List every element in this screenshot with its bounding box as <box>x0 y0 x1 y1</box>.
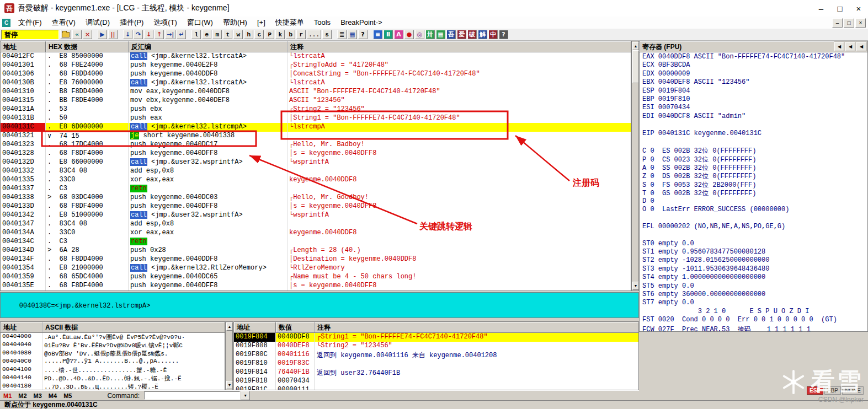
plugin-button-10[interactable]: 破 <box>467 30 477 39</box>
menu-item[interactable]: 帮助(H) <box>218 17 252 29</box>
appearance-icon[interactable]: ▦ <box>348 30 357 39</box>
stack-col-address[interactable]: 地址 <box>234 322 276 332</box>
disasm-row[interactable]: 00401337. C3retn <box>1 185 631 193</box>
child-close-button[interactable]: × <box>855 18 866 28</box>
plugin-button-11[interactable]: 解 <box>478 30 487 39</box>
plugin-button-4[interactable]: ● <box>404 30 414 39</box>
dump-row[interactable]: 00404080@oBv部Bv 'Dv..蜓偎p蘼悬偎b偎p鼍s№蠡s. <box>1 349 225 358</box>
source-window-button[interactable]: s <box>322 30 332 39</box>
stack-row[interactable]: 0019F81C00000111 <box>234 386 638 390</box>
plugin-button-7[interactable]: ▦ <box>436 30 445 39</box>
scroll-up-icon[interactable]: ▲ <box>632 42 639 50</box>
restart-icon[interactable]: « <box>72 30 82 39</box>
col-address[interactable]: 地址 <box>1 41 46 52</box>
disasm-row[interactable]: 004012FC. E8 85000000call <jmp.&kernel32… <box>1 52 631 61</box>
dump-tab-m1[interactable]: M1 <box>0 392 15 399</box>
help-icon[interactable]: ? <box>358 30 368 39</box>
disasm-row[interactable]: 00401321∨ 74 15je short keygenme.0040133… <box>1 132 631 141</box>
disasm-row[interactable]: 00401323. 68 17DC4000push keygenme.0040D… <box>1 141 631 149</box>
dump-col-ascii[interactable]: ASCII 数据 <box>42 322 225 332</box>
reg-prev-icon-1[interactable]: ◀ <box>834 42 844 51</box>
plugin-button-13[interactable]: ? <box>499 30 508 39</box>
plugin-button-5[interactable]: ◎ <box>415 30 424 39</box>
dump-row[interactable]: 00404100....缋.-世................蟹.-糖.-Ё <box>1 366 225 374</box>
patches-window-button[interactable]: P <box>265 30 274 39</box>
execute-till-return-icon[interactable]: →| <box>165 30 175 39</box>
disasm-row[interactable]: 00401342. E8 51000000call <jmp.&user32.w… <box>1 211 631 220</box>
step-into-icon[interactable]: ↓ <box>123 30 132 39</box>
disasm-row[interactable]: 00401347. 83C4 08add esp,0x8 <box>1 220 631 229</box>
disasm-row[interactable]: 0040134C. C3retn <box>1 238 631 246</box>
plugin-button-1[interactable]: ≡ <box>373 30 382 39</box>
menu-item[interactable]: 调试(D) <box>81 17 115 29</box>
run-icon[interactable]: ▶ <box>98 30 107 39</box>
log-window-button[interactable]: l <box>191 30 201 39</box>
trace-into-icon[interactable]: ↓ <box>144 30 153 39</box>
breakpoints-window-button[interactable]: b <box>286 30 295 39</box>
col-hex[interactable]: HEX 数据 <box>46 41 129 52</box>
plugin-button-6[interactable]: 卅 <box>425 30 435 39</box>
plugin-button-12[interactable]: 中 <box>488 30 498 39</box>
trace-over-icon[interactable]: ↑ <box>155 30 164 39</box>
menu-item[interactable]: 插件(P) <box>115 17 148 29</box>
col-disasm[interactable]: 反汇编 <box>129 41 287 52</box>
menu-item[interactable]: BreakPoint-> <box>336 17 387 29</box>
disasm-row[interactable]: 00401359. 68 65DC4000push keygenme.0040D… <box>1 273 631 282</box>
disasm-row[interactable]: 0040134D> 6A 28push 0x28┌Length = 28 (40… <box>1 246 631 255</box>
minimize-button[interactable]: – <box>812 1 830 16</box>
step-over-icon[interactable]: ↷ <box>134 30 143 39</box>
disasm-row[interactable]: 0040131B. 50push eax│String1 = "Bon-FFFF… <box>1 114 631 123</box>
child-restore-button[interactable]: □ <box>844 18 854 28</box>
maximize-button[interactable]: □ <box>830 1 849 16</box>
disasm-row[interactable]: 00401354. E8 21000000call <jmp.&kernel32… <box>1 264 631 273</box>
open-file-icon[interactable] <box>60 30 71 39</box>
handles-window-button[interactable]: h <box>244 30 253 39</box>
reg-prev-icon-3[interactable]: ◀ <box>856 42 866 51</box>
disasm-row[interactable]: 00401338> 68 03DC4000push keygenme.0040D… <box>1 193 631 202</box>
stack-row[interactable]: 0019F8100019F83C <box>234 359 638 368</box>
stack-row[interactable]: 0019F81800070434 <box>234 377 638 386</box>
child-minimize-button[interactable]: – <box>832 18 843 28</box>
scroll-up-icon[interactable]: ▲ <box>226 322 233 331</box>
references-window-button[interactable]: r <box>296 30 306 39</box>
dump-tab-m3[interactable]: M3 <box>30 392 45 399</box>
pause-icon[interactable]: || <box>108 30 118 39</box>
disasm-row[interactable]: 00401310. B8 F8DD4000mov eax,keygenme.00… <box>1 88 631 96</box>
stack-row[interactable]: 0019F80C00401116返回到 keygenme.00401116 来自… <box>234 351 638 359</box>
menu-item[interactable]: 选项(T) <box>148 17 182 29</box>
scroll-thumb[interactable] <box>632 50 639 83</box>
col-comment[interactable]: 注释 <box>287 41 631 52</box>
reg-prev-icon-2[interactable]: ◀ <box>845 42 855 51</box>
disasm-row[interactable]: 0040131C. E8 6D000000call <jmp.&kernel32… <box>1 123 631 132</box>
menu-item[interactable]: 查看(V) <box>47 17 81 29</box>
dump-row[interactable]: 0040404001Ёu?Bv Ё'Bv.ЁЁBv?Dv@%Dv0嗳v∟镶vЁ¦… <box>1 341 225 349</box>
disasm-row[interactable]: 0040130B. E8 76000000call <jmp.&kernel32… <box>1 79 631 88</box>
dump-tab-m5[interactable]: M5 <box>60 392 75 399</box>
dump-row[interactable]: 00404000.Aв°.Ёв∟aw.Ёв°'?v圈Ёv@ ЁvP5Ёv?Ёv@… <box>1 333 225 341</box>
memory-window-button[interactable]: m <box>212 30 222 39</box>
plugin-button-9[interactable]: 爱 <box>457 30 466 39</box>
goto-address-icon[interactable]: ↵ <box>177 30 186 39</box>
command-input[interactable] <box>144 391 240 400</box>
disasm-row[interactable]: 0040133D. 68 F8DF4000push keygenme.0040D… <box>1 202 631 211</box>
dump-col-address[interactable]: 地址 <box>1 322 42 332</box>
disasm-row[interactable]: 00401335. 33C0xor eax,eaxkeygenme.0040DD… <box>1 176 631 185</box>
threads-window-button[interactable]: t <box>223 30 232 39</box>
dump-row[interactable]: 004040C0.....P@??..ў1 A.......B...@.,pA.… <box>1 358 225 366</box>
disasm-row[interactable]: 0040131A. 53push ebx┌String2 = "123456" <box>1 105 631 114</box>
dump-tab-m2[interactable]: M2 <box>15 392 30 399</box>
command-dropdown-icon[interactable]: ▼ <box>241 391 250 400</box>
cpu-window-button[interactable]: c <box>254 30 264 39</box>
window-list-icon[interactable]: ≣ <box>337 30 347 39</box>
menu-item[interactable]: Tools <box>309 17 336 29</box>
close-button[interactable]: × <box>849 1 868 16</box>
disasm-row[interactable]: 0040135E. 68 F8DF4000push keygenme.0040D… <box>1 282 631 290</box>
stack-col-comment[interactable]: 注释 <box>315 322 638 332</box>
call-stack-window-button[interactable]: k <box>275 30 285 39</box>
dump-row[interactable]: 00404180..7D..ЗD..вь..Щ........铸.?樱.-Ё <box>1 383 225 390</box>
disasm-scrollbar[interactable]: ▲ ▼ <box>631 41 639 291</box>
executables-window-button[interactable]: e <box>202 30 211 39</box>
dump-row[interactable]: 00404140PD..@D..4D..&D..ЁD....⒆.鲺.-.锯.-搜… <box>1 374 225 383</box>
stack-row[interactable]: 0019F8080040DEF8└String2 = "123456" <box>234 342 638 351</box>
disasm-row[interactable]: 00401332. 83C4 08add esp,0x8 <box>1 167 631 176</box>
